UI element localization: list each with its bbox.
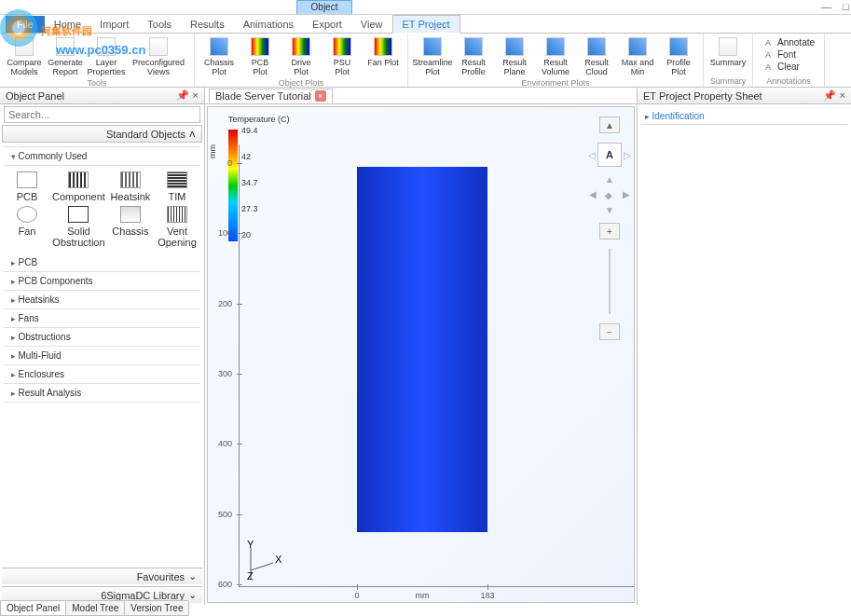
cat-pcb-components[interactable]: PCB Components xyxy=(4,272,200,291)
cat-multi-fluid[interactable]: Multi-Fluid xyxy=(4,347,200,365)
drive-plot-button[interactable]: Drive Plot xyxy=(282,35,320,78)
font-button[interactable]: Font xyxy=(762,49,815,60)
tab-file[interactable]: File xyxy=(6,16,45,33)
cat-result-analysis[interactable]: Result Analysis xyxy=(4,384,200,403)
legend-title: Temperature (C) xyxy=(228,115,303,124)
fan-plot-button[interactable]: Fan Plot xyxy=(364,35,402,69)
nav-up-button[interactable]: ▲ xyxy=(599,116,620,133)
max-min-button[interactable]: Max and Min xyxy=(619,35,656,78)
pan-control[interactable]: ▲ ▼ ◀ ▶ ◆ xyxy=(591,176,628,213)
layer-properties-button[interactable]: Layer Properties xyxy=(88,35,125,78)
canvas[interactable]: Temperature (C) 49.4 42 34.7 27.3 20 mm … xyxy=(207,106,635,603)
cat-heatsinks[interactable]: Heatsinks xyxy=(4,291,200,309)
search-input[interactable] xyxy=(4,106,200,123)
viewport: Blade Server Tutorial × Temperature (C) … xyxy=(205,88,637,605)
standard-objects-header[interactable]: Standard Objectsʌ xyxy=(2,125,202,143)
object-panel-bottom-tabs: Object Panel Model Tree Version Tree xyxy=(0,600,188,616)
zoom-slider[interactable] xyxy=(609,249,611,314)
tab-results[interactable]: Results xyxy=(181,16,234,33)
tab-home[interactable]: Home xyxy=(45,16,90,33)
chevron-down-icon: ⌄ xyxy=(188,589,197,601)
fan-icon xyxy=(17,206,37,223)
compare-icon xyxy=(15,37,34,56)
cat-fans[interactable]: Fans xyxy=(4,309,200,328)
bottom-tab-version-tree[interactable]: Version Tree xyxy=(124,601,189,616)
psu-plot-button[interactable]: PSU Plot xyxy=(323,35,361,78)
obj-tim[interactable]: TIM xyxy=(156,171,199,202)
summary-button[interactable]: Summary xyxy=(709,35,747,69)
cat-obstructions[interactable]: Obstructions xyxy=(4,328,200,347)
close-icon[interactable]: × xyxy=(193,89,199,102)
cat-commonly-used[interactable]: Commonly Used xyxy=(4,146,200,166)
result-plane-button[interactable]: Result Plane xyxy=(496,35,533,78)
generate-report-button[interactable]: Generate Report xyxy=(47,35,84,78)
obj-heatsink[interactable]: Heatsink xyxy=(109,171,152,202)
tab-tools[interactable]: Tools xyxy=(138,16,181,33)
minimize-icon[interactable]: — xyxy=(821,1,831,12)
obj-component[interactable]: Component xyxy=(52,171,105,202)
simulation-object[interactable] xyxy=(357,167,487,532)
streamline-plot-button[interactable]: Streamline Plot xyxy=(414,35,451,78)
ribbon: Compare Models Generate Report Layer Pro… xyxy=(0,34,851,88)
x-axis xyxy=(240,586,634,587)
nav-right-button[interactable]: ▷ xyxy=(624,150,631,160)
prop-identification[interactable]: Identification xyxy=(641,108,847,125)
zoom-out-button[interactable]: − xyxy=(599,323,620,340)
close-tab-icon[interactable]: × xyxy=(315,90,326,102)
obj-vent-opening[interactable]: Vent Opening xyxy=(156,206,199,248)
compare-models-button[interactable]: Compare Models xyxy=(6,35,43,78)
obj-pcb[interactable]: PCB xyxy=(6,171,48,202)
tab-import[interactable]: Import xyxy=(90,16,138,33)
property-panel: ET Project Property Sheet 📌× Identificat… xyxy=(637,88,851,605)
document-tab-row: Blade Server Tutorial × xyxy=(205,88,637,104)
nav-cube[interactable]: A xyxy=(597,143,622,167)
obstruction-icon xyxy=(68,206,89,223)
chassis-plot-icon xyxy=(210,37,228,56)
result-profile-button[interactable]: Result Profile xyxy=(455,35,492,78)
report-icon xyxy=(56,37,75,56)
chassis-plot-button[interactable]: Chassis Plot xyxy=(200,35,238,78)
layers-icon xyxy=(97,37,116,56)
navigation-widgets: ▲ ◁ A ▷ ▲ ▼ ◀ ▶ ◆ + − xyxy=(591,116,628,340)
tab-etproject[interactable]: ET Project xyxy=(392,15,460,34)
profile-plot-button[interactable]: Profile Plot xyxy=(660,35,697,78)
maximize-icon[interactable]: □ xyxy=(843,1,849,12)
tab-view[interactable]: View xyxy=(351,16,392,33)
pin-icon[interactable]: 📌 xyxy=(823,89,836,102)
obj-solid-obstruction[interactable]: Solid Obstruction xyxy=(52,206,105,248)
context-tab-object[interactable]: Object xyxy=(296,0,352,14)
heatsink-icon xyxy=(120,171,141,188)
document-tab-label: Blade Server Tutorial xyxy=(215,90,311,102)
pcb-plot-button[interactable]: PCB Plot xyxy=(241,35,279,78)
summary-icon xyxy=(719,37,737,56)
cat-pcb[interactable]: PCB xyxy=(4,253,200,272)
cat-enclosures[interactable]: Enclosures xyxy=(4,365,200,384)
preconfigured-views-button[interactable]: Preconfigured Views xyxy=(129,35,188,78)
nav-left-button[interactable]: ◁ xyxy=(588,150,596,160)
zoom-in-button[interactable]: + xyxy=(599,223,620,240)
tab-animations[interactable]: Animations xyxy=(234,16,303,33)
window-controls[interactable]: — □ xyxy=(821,1,849,12)
result-plane-icon xyxy=(505,37,524,56)
result-volume-button[interactable]: Result Volume xyxy=(537,35,574,78)
vent-icon xyxy=(167,206,187,223)
annotate-button[interactable]: Annotate xyxy=(762,37,815,48)
bottom-tab-model-tree[interactable]: Model Tree xyxy=(65,601,125,616)
tab-export[interactable]: Export xyxy=(303,16,351,33)
result-cloud-button[interactable]: Result Cloud xyxy=(578,35,615,78)
group-label-annot: Annotations xyxy=(759,76,818,87)
favourites-header[interactable]: Favourites⌄ xyxy=(2,568,202,584)
close-icon[interactable]: × xyxy=(840,89,845,102)
title-bar: Object — □ xyxy=(0,0,851,15)
profile-icon xyxy=(669,37,688,56)
objects-grid: PCB Component Heatsink TIM Fan Solid Obs… xyxy=(0,166,204,253)
clear-button[interactable]: Clear xyxy=(762,62,815,72)
legend-tick: 27.3 xyxy=(241,204,258,213)
bottom-tab-object-panel[interactable]: Object Panel xyxy=(0,601,66,616)
chassis-icon xyxy=(120,206,141,223)
obj-fan[interactable]: Fan xyxy=(6,206,48,248)
obj-chassis[interactable]: Chassis xyxy=(109,206,152,248)
document-tab[interactable]: Blade Server Tutorial × xyxy=(209,89,333,103)
psu-plot-icon xyxy=(333,37,351,56)
pin-icon[interactable]: 📌 xyxy=(176,89,189,102)
